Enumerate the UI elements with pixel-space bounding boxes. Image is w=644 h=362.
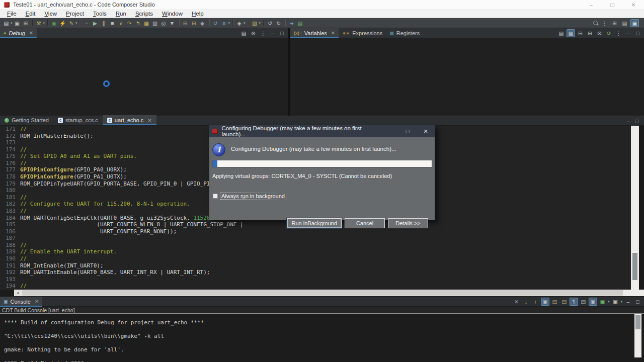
tab-variables[interactable]: (x)=Variables✕ bbox=[290, 28, 339, 38]
disconnect-icon[interactable]: ⊗ bbox=[249, 29, 258, 37]
dropdown-arrow-icon[interactable]: ▾ bbox=[244, 21, 246, 25]
redo-icon[interactable]: ↻ bbox=[274, 19, 283, 27]
debug-perspective-icon[interactable]: ▣ bbox=[630, 19, 639, 27]
console-view-icon[interactable]: ▤ bbox=[239, 29, 248, 37]
minimize-view-icon[interactable]: – bbox=[624, 29, 632, 37]
dropdown-arrow-icon[interactable]: ▾ bbox=[43, 21, 45, 25]
show-columns-icon[interactable]: ▤ bbox=[557, 29, 566, 37]
menu-view[interactable]: View bbox=[40, 10, 61, 17]
overflow-icon[interactable]: ⋮ bbox=[600, 19, 609, 27]
maximize-button[interactable]: ▢ bbox=[602, 0, 623, 9]
minimize-view-icon[interactable]: – bbox=[624, 298, 632, 306]
run-in-background-button[interactable]: Run in Background bbox=[287, 218, 342, 228]
collapse-all-icon[interactable]: ⊟ bbox=[576, 29, 585, 37]
always-run-label[interactable]: Always run in background bbox=[220, 193, 286, 200]
editor-tab-getting-started[interactable]: Getting Started bbox=[0, 115, 53, 125]
scroll-to-top-icon[interactable]: ↑ bbox=[531, 298, 540, 306]
maximize-view-icon[interactable]: □ bbox=[633, 29, 642, 37]
menu-window[interactable]: Window bbox=[157, 10, 187, 17]
view-menu-icon[interactable]: ⋮ bbox=[259, 29, 267, 37]
layout-icon[interactable]: ▦ bbox=[567, 29, 575, 37]
import-icon[interactable]: ⊞ bbox=[586, 29, 594, 37]
minimize-button[interactable]: – bbox=[581, 0, 602, 9]
edit-perspective-icon[interactable]: ▤ bbox=[620, 19, 629, 27]
dropdown-arrow-icon[interactable]: ▾ bbox=[75, 21, 77, 25]
refresh-icon[interactable]: ⟳ bbox=[605, 29, 613, 37]
memory-icon[interactable]: ▥ bbox=[151, 19, 159, 27]
menu-project[interactable]: Project bbox=[61, 10, 89, 17]
build-hammer-icon[interactable]: ⚒ bbox=[35, 19, 43, 27]
scrollbar-thumb[interactable] bbox=[635, 315, 640, 329]
forward-icon[interactable]: ➔ bbox=[287, 19, 296, 27]
close-icon[interactable]: ✕ bbox=[35, 299, 39, 304]
new-file-icon[interactable]: ▤ bbox=[2, 19, 11, 27]
pin-console-icon[interactable]: ▣ bbox=[589, 298, 597, 306]
word-wrap-icon[interactable]: ¶ bbox=[570, 298, 578, 306]
view-menu-icon[interactable]: ⋮ bbox=[614, 29, 623, 37]
maximize-view-icon[interactable]: □ bbox=[278, 29, 286, 37]
dropdown-arrow-icon[interactable]: ▾ bbox=[259, 21, 261, 25]
editor-tab-startup-ccs-c[interactable]: cstartup_ccs.c bbox=[53, 115, 103, 125]
save-icon[interactable]: ▣ bbox=[13, 19, 22, 27]
dropdown-arrow-icon[interactable]: ▾ bbox=[608, 300, 610, 304]
close-icon[interactable]: ✕ bbox=[29, 30, 33, 36]
resume-icon[interactable]: ▶ bbox=[91, 19, 100, 27]
clear-console-icon[interactable]: ✕ bbox=[512, 298, 521, 306]
maximize-view-icon[interactable]: □ bbox=[632, 117, 641, 125]
editor-tab-uart-echo-c[interactable]: cuart_echo.c✕ bbox=[103, 115, 156, 125]
step-over-icon[interactable]: ↷ bbox=[125, 19, 134, 27]
connect-target-icon[interactable]: ▫ bbox=[83, 19, 91, 27]
save-all-icon[interactable]: ⊞ bbox=[22, 19, 30, 27]
scrollbar-thumb[interactable] bbox=[22, 290, 623, 296]
suspend-icon[interactable]: ∥ bbox=[100, 19, 108, 27]
highlight-pencil-icon[interactable]: ✎ bbox=[67, 19, 75, 27]
bookmark-icon[interactable]: ◈ bbox=[235, 19, 244, 27]
dropdown-arrow-icon[interactable]: ▾ bbox=[11, 21, 13, 25]
always-run-checkbox[interactable] bbox=[213, 194, 218, 199]
menu-run[interactable]: Run bbox=[111, 10, 131, 17]
scroll-to-bottom-icon[interactable]: ↓ bbox=[522, 298, 530, 306]
filter-icon[interactable]: ≡ bbox=[220, 19, 228, 27]
registers-grid-icon[interactable]: ▦ bbox=[142, 19, 151, 27]
show-console-when-stderr-icon[interactable]: ▤ bbox=[560, 298, 569, 306]
pin-icon[interactable]: ▼ bbox=[168, 19, 177, 27]
display-selected-console-icon[interactable]: ▣ bbox=[598, 298, 607, 306]
undo-icon[interactable]: ↺ bbox=[266, 19, 274, 27]
restore-icon[interactable]: ↺ bbox=[211, 19, 220, 27]
tab-console[interactable]: ▣ Console ✕ bbox=[0, 297, 42, 307]
minimize-view-icon[interactable]: – bbox=[624, 117, 632, 125]
scroll-left-arrow[interactable]: ◂ bbox=[14, 290, 21, 296]
menu-edit[interactable]: Edit bbox=[21, 10, 40, 17]
dialog-maximize-button[interactable]: □ bbox=[398, 125, 417, 137]
editor-vertical-scrollbar[interactable] bbox=[631, 126, 639, 290]
books-alt-icon[interactable]: ⊟ bbox=[190, 19, 198, 27]
minimize-view-icon[interactable]: – bbox=[268, 29, 277, 37]
trace-icon[interactable]: ◆ bbox=[198, 19, 207, 27]
editor-horizontal-scrollbar[interactable]: ◂ bbox=[14, 290, 639, 296]
books-icon[interactable]: ⊟ bbox=[181, 19, 190, 27]
search-icon[interactable] bbox=[593, 20, 599, 26]
dropdown-arrow-icon[interactable]: ▾ bbox=[620, 300, 622, 304]
console-vertical-scrollbar[interactable] bbox=[634, 314, 641, 357]
open-perspective-icon[interactable]: ⊞ bbox=[610, 19, 619, 27]
package-icon[interactable]: ▧ bbox=[251, 19, 259, 27]
menu-help[interactable]: Help bbox=[187, 10, 208, 17]
maximize-view-icon[interactable]: □ bbox=[633, 298, 642, 306]
dialog-minimize-button[interactable]: – bbox=[380, 125, 398, 137]
step-return-icon[interactable]: ↰ bbox=[134, 19, 142, 27]
export-icon[interactable]: ⊠ bbox=[595, 29, 604, 37]
menu-tools[interactable]: Tools bbox=[89, 10, 111, 17]
close-icon[interactable]: ✕ bbox=[147, 118, 151, 123]
step-into-icon[interactable]: ↲ bbox=[117, 19, 125, 27]
screenshot-icon[interactable]: ▤ bbox=[296, 19, 304, 27]
close-button[interactable]: ✕ bbox=[623, 0, 644, 9]
menu-scripts[interactable]: Scripts bbox=[131, 10, 157, 17]
tab-expressions[interactable]: ∗∗Expressions bbox=[339, 28, 386, 38]
tab-registers[interactable]: ▦Registers bbox=[386, 28, 423, 38]
show-console-when-stdout-icon[interactable]: ▤ bbox=[550, 298, 559, 306]
tab-debug[interactable]: ● Debug ✕ bbox=[0, 28, 37, 38]
open-log-icon[interactable]: ▤ bbox=[579, 298, 588, 306]
breakpoint-icon[interactable]: ◎ bbox=[159, 19, 168, 27]
open-console-icon[interactable]: ▣ bbox=[611, 298, 619, 306]
scroll-lock-icon[interactable]: ▣ bbox=[541, 298, 549, 306]
